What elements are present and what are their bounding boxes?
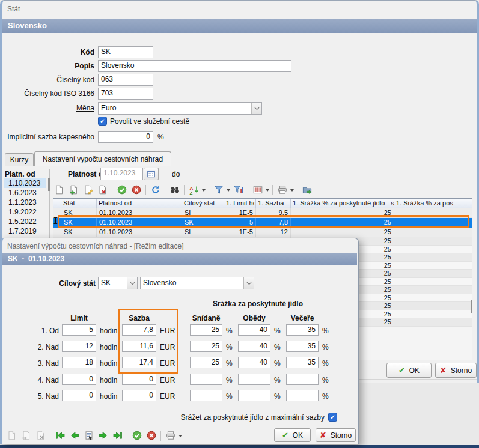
filter-button[interactable] — [212, 184, 225, 196]
column-header-srazka-snidane[interactable]: 1. Srážka % za poskytnuté jídlo - snídan… — [291, 199, 394, 208]
dialog-stor​no-button[interactable]: ✘ Storno — [316, 428, 356, 442]
ok-button[interactable]: ✔ OK — [386, 363, 432, 378]
snidane-input[interactable]: 25 — [190, 357, 222, 368]
sort-dropdown-caret-icon[interactable] — [202, 189, 206, 193]
limit-hours-input[interactable]: 0 — [62, 374, 96, 385]
obedy-input[interactable]: 40 — [238, 341, 270, 352]
sazba-input[interactable]: 17,4 — [122, 357, 156, 368]
copy-record-button[interactable] — [67, 184, 80, 196]
platnost-list-item[interactable]: 1.9.2022 — [4, 207, 46, 217]
cilovy-stat-code-dropdown-button[interactable] — [127, 277, 137, 289]
last-record-button[interactable] — [111, 429, 124, 442]
column-header-limit-hodin[interactable]: 1. Limit hodin — [224, 199, 256, 208]
cell-stat: SK — [61, 218, 97, 228]
snidane-input[interactable]: 25 — [190, 324, 222, 336]
export-button[interactable] — [301, 184, 313, 196]
srazet-checkbox[interactable]: ✔ — [328, 413, 337, 422]
kod-input[interactable]: SK — [98, 46, 153, 58]
confirm-button[interactable] — [130, 429, 143, 442]
column-header-cilovy-stat[interactable]: Cílový stat — [182, 199, 224, 208]
cell-limit-hodin: 5 — [224, 218, 256, 228]
column-header-stat[interactable]: Stát — [61, 199, 97, 208]
cilovy-stat-code-value: SK — [99, 277, 127, 289]
refresh-button[interactable] — [149, 184, 162, 196]
new-document-icon — [7, 431, 17, 440]
table-row[interactable]: SK 01.10.2023 SL 1E-5 12 25 — [53, 228, 472, 237]
print-dropdown-caret-icon[interactable] — [290, 189, 294, 193]
dialog-ok-button[interactable]: ✔ OK — [274, 428, 311, 442]
mena-dropdown-button[interactable] — [251, 103, 261, 114]
snidane-input[interactable]: 25 — [190, 341, 222, 352]
table-row-selected[interactable]: SK 01.10.2023 SK 5 7,8 25 — [53, 218, 472, 228]
platnost-list-item[interactable]: 1.10.2023 — [4, 178, 46, 188]
previous-record-button[interactable] — [68, 429, 81, 442]
print-dropdown-caret-icon[interactable] — [178, 435, 182, 439]
mena-combobox[interactable]: Euro — [98, 102, 262, 115]
cilovy-stat-name-combobox[interactable]: Slovensko — [140, 277, 254, 289]
sort-button[interactable]: AZ — [188, 184, 200, 196]
vecere-input[interactable]: 35 — [286, 357, 319, 368]
search-button[interactable] — [168, 184, 181, 196]
obedy-input[interactable] — [238, 374, 270, 385]
columns-dropdown-caret-icon[interactable] — [266, 189, 269, 193]
table-row[interactable]: SK 01.10.2023 SI 1E-5 9,5 25 — [53, 208, 472, 218]
kapesne-input[interactable]: 0 — [98, 131, 153, 143]
splitter-handle[interactable] — [48, 178, 50, 191]
ciselny-kod-iso-input[interactable]: 703 — [98, 88, 153, 100]
confirm-button[interactable] — [115, 184, 128, 196]
storno-button[interactable]: ✘ Storno — [435, 363, 477, 378]
delete-record-button[interactable] — [96, 184, 109, 196]
limit-hours-input[interactable]: 0 — [62, 390, 96, 401]
sazba-input[interactable]: 11,6 — [122, 341, 156, 352]
vecere-input[interactable] — [286, 374, 319, 385]
platnost-list-item[interactable]: 1.7.2019 — [4, 226, 46, 236]
columns-button[interactable] — [251, 184, 264, 196]
obedy-input[interactable] — [238, 390, 270, 401]
vecere-input[interactable] — [286, 390, 319, 401]
vecere-input[interactable]: 35 — [286, 324, 319, 336]
column-header-platnost-od[interactable]: Platnost od — [97, 199, 182, 208]
ciselny-kod-input[interactable]: 063 — [98, 74, 153, 86]
print-button[interactable] — [164, 429, 177, 442]
toolbar-separator — [50, 431, 50, 441]
snidane-input[interactable] — [190, 390, 222, 401]
filter-dropdown-caret-icon[interactable] — [227, 189, 230, 193]
sazba-input[interactable]: 0 — [122, 374, 156, 385]
new-record-button[interactable] — [53, 184, 66, 196]
next-record-button[interactable] — [97, 429, 109, 442]
limit-hours-input[interactable]: 18 — [62, 357, 96, 368]
table-scrollbar-thumb[interactable] — [471, 300, 472, 313]
snidane-input[interactable] — [190, 374, 222, 385]
cilovy-stat-name-dropdown-button[interactable] — [243, 277, 254, 289]
platnost-od-date-input[interactable]: 1.10.2023 — [100, 168, 143, 180]
cilovy-stat-code-combobox[interactable]: SK — [98, 277, 138, 289]
obedy-input[interactable]: 40 — [238, 357, 270, 368]
sazba-input[interactable]: 7,8 — [122, 324, 156, 336]
popis-input[interactable]: Slovensko — [98, 60, 291, 72]
cell-srazka-more — [394, 318, 472, 327]
row-marker-cell — [53, 228, 61, 237]
cancel-button[interactable] — [130, 184, 142, 196]
tab-nastaveni-nahrad[interactable]: Nastavení vypočtu cestovních náhrad — [34, 151, 171, 166]
platnost-list-item[interactable]: 1.5.2022 — [4, 217, 46, 226]
mena-label[interactable]: Měna — [6, 102, 94, 114]
calendar-button[interactable] — [144, 168, 159, 180]
sazba-input[interactable]: 0 — [122, 390, 156, 401]
platnost-list-item[interactable]: 1.6.2023 — [4, 188, 46, 198]
edit-record-button[interactable] — [82, 184, 94, 196]
cell-cilovy-stat: SL — [182, 228, 224, 237]
cancel-button[interactable] — [145, 429, 157, 442]
limit-hours-input[interactable]: 5 — [62, 324, 96, 336]
limit-hours-input[interactable]: 12 — [62, 341, 96, 352]
first-record-button[interactable] — [53, 429, 66, 442]
column-header-sazba[interactable]: 1. Sazba — [256, 199, 291, 208]
filter-analysis-button[interactable] — [232, 184, 245, 196]
tab-kurzy[interactable]: Kurzy — [5, 153, 34, 166]
record-list-button[interactable] — [82, 429, 95, 442]
obedy-input[interactable]: 40 — [238, 324, 270, 336]
print-button[interactable] — [276, 184, 288, 196]
vecere-input[interactable]: 35 — [286, 341, 319, 352]
platnost-list-item[interactable]: 1.1.2023 — [4, 198, 46, 207]
povolit-checkbox[interactable]: ✔ — [98, 117, 107, 126]
column-header-srazka-more[interactable]: 1. Srážka % za pos — [394, 199, 472, 208]
